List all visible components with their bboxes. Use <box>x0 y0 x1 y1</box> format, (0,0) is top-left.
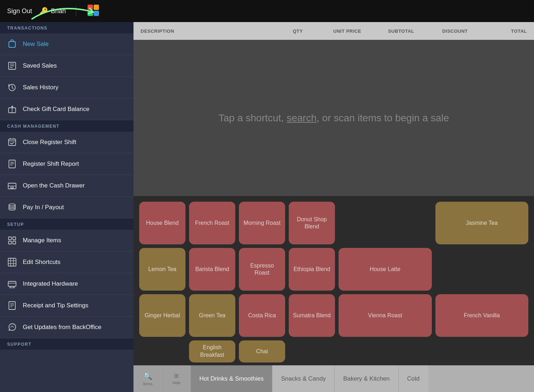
sidebar-item-manage-items[interactable]: Manage Items <box>0 230 134 251</box>
sidebar-item-integrated-hardware[interactable]: Integrated Hardware <box>0 273 134 295</box>
items-icon-label: Items <box>143 382 153 386</box>
main-layout: TRANSACTIONS New Sale Saved Sales Sales … <box>0 22 534 392</box>
sidebar-item-new-sale[interactable]: New Sale <box>0 33 134 55</box>
shortcut-house-latte[interactable]: House Latte <box>339 248 432 291</box>
sidebar-item-gift-card[interactable]: Check Gift Card Balance <box>0 99 134 120</box>
bottom-tabs: 🔍 Items ⊞ Hide Hot Drinks & Smoothies Sn… <box>134 365 534 392</box>
svg-rect-3 <box>94 11 99 16</box>
sidebar-sales-history-label: Sales History <box>23 84 58 91</box>
svg-rect-24 <box>13 237 16 240</box>
user-info: 🔑 Brian <box>39 7 66 15</box>
svg-rect-2 <box>88 11 93 16</box>
shortcut-french-roast[interactable]: French Roast <box>189 202 235 244</box>
svg-rect-1 <box>94 5 99 10</box>
tab-bakery-label: Bakery & Kitchen <box>343 375 389 382</box>
sidebar-item-receipt-tip[interactable]: Receipt and Tip Settings <box>0 295 134 317</box>
hide-icon: ⊞ <box>174 372 179 379</box>
key-icon: 🔑 <box>39 7 48 15</box>
shortcut-ginger-herbal[interactable]: Ginger Herbal <box>139 294 185 337</box>
svg-rect-4 <box>9 42 15 47</box>
shortcuts-grid: House Blend French Roast Morning Roast D… <box>139 202 528 362</box>
sidebar-item-saved-sales[interactable]: Saved Sales <box>0 55 134 77</box>
receipt-tip-icon <box>7 301 17 311</box>
sign-out-button[interactable]: Sign Out <box>7 7 32 15</box>
back-office-icon <box>7 322 17 332</box>
saved-sales-icon <box>7 61 17 71</box>
sidebar-section-transactions: TRANSACTIONS <box>0 22 134 33</box>
sidebar-receipt-tip-label: Receipt and Tip Settings <box>23 302 88 309</box>
svg-rect-37 <box>9 302 15 309</box>
col-discount: DISCOUNT <box>428 28 482 34</box>
shortcut-sumatra-blend[interactable]: Sumatra Blend <box>289 294 335 337</box>
svg-rect-11 <box>9 139 16 145</box>
table-header: DESCRIPTION QTY UNIT PRICE SUBTOTAL DISC… <box>134 22 534 40</box>
sidebar-item-close-register[interactable]: Close Register Shift <box>0 132 134 153</box>
shortcut-empty-3 <box>139 340 185 362</box>
svg-rect-26 <box>13 241 16 244</box>
sidebar-shift-report-label: Register Shift Report <box>23 160 79 168</box>
sidebar-item-shift-report[interactable]: Register Shift Report <box>0 153 134 175</box>
sidebar-section-support: SUPPORT <box>0 338 134 350</box>
shortcuts-area: House Blend French Roast Morning Roast D… <box>134 196 534 365</box>
sidebar-gift-card-label: Check Gift Card Balance <box>23 106 89 113</box>
svg-rect-27 <box>8 258 16 266</box>
svg-rect-15 <box>9 160 15 168</box>
sidebar-pay-in-label: Pay In / Payout <box>23 204 64 211</box>
user-name: Brian <box>51 7 66 15</box>
close-register-icon <box>7 137 17 147</box>
sidebar-item-edit-shortcuts[interactable]: Edit Shortcuts <box>0 251 134 273</box>
sidebar-edit-shortcuts-label: Edit Shortcuts <box>23 259 61 266</box>
shortcut-french-vanilla[interactable]: French Vanilla <box>435 294 529 337</box>
svg-rect-0 <box>88 5 93 10</box>
sidebar-item-pay-in[interactable]: Pay In / Payout <box>0 197 134 218</box>
shortcut-ethiopia-blend[interactable]: Ethiopia Blend <box>289 248 335 291</box>
shortcut-empty-1 <box>339 202 432 244</box>
shortcut-espresso-roast[interactable]: Espresso Roast <box>239 248 285 291</box>
tab-bakery[interactable]: Bakery & Kitchen <box>335 365 398 392</box>
hide-icon-label: Hide <box>172 381 180 385</box>
tab-cold[interactable]: Cold <box>399 365 428 392</box>
shortcut-morning-roast[interactable]: Morning Roast <box>239 202 285 244</box>
col-qty: QTY <box>275 28 320 34</box>
col-total: TOTAL <box>482 28 527 34</box>
search-link[interactable]: search <box>287 112 316 123</box>
sidebar-close-register-label: Close Register Shift <box>23 139 76 146</box>
sidebar-integrated-hardware-label: Integrated Hardware <box>23 280 78 287</box>
shortcut-jasmine-tea[interactable]: Jasmine Tea <box>435 202 529 244</box>
tab-hot-drinks[interactable]: Hot Drinks & Smoothies <box>190 365 272 392</box>
shortcut-costa-rica[interactable]: Costa Rica <box>239 294 285 337</box>
items-search-icon: 🔍 <box>143 372 152 380</box>
empty-sale-area: Tap a shortcut, search, or scan items to… <box>134 40 534 196</box>
sidebar-section-cash: CASH MANAGEMENT <box>0 120 134 132</box>
shortcut-lemon-tea[interactable]: Lemon Tea <box>139 248 185 291</box>
sidebar-item-cash-drawer[interactable]: Open the Cash Drawer <box>0 175 134 197</box>
shortcut-green-tea[interactable]: Green Tea <box>189 294 235 337</box>
shortcut-vienna-roast[interactable]: Vienna Roast <box>339 294 432 337</box>
shortcut-barista-blend[interactable]: Barista Blend <box>189 248 235 291</box>
shift-report-icon <box>7 159 17 169</box>
sidebar-item-sales-history[interactable]: Sales History <box>0 77 134 99</box>
col-description: DESCRIPTION <box>141 28 275 34</box>
hide-tab-icon[interactable]: ⊞ Hide <box>162 365 190 392</box>
shortcut-house-blend[interactable]: House Blend <box>139 202 185 244</box>
svg-rect-21 <box>11 187 14 188</box>
new-sale-icon <box>7 39 17 49</box>
sidebar-new-sale-label: New Sale <box>23 41 49 48</box>
tab-snacks[interactable]: Snacks & Candy <box>272 365 335 392</box>
sidebar-cash-drawer-label: Open the Cash Drawer <box>23 182 85 189</box>
shortcut-english-breakfast[interactable]: English Breakfast <box>189 340 235 362</box>
sidebar-back-office-label: Get Updates from BackOffice <box>23 324 101 331</box>
gift-card-icon <box>7 104 17 114</box>
shortcut-chai[interactable]: Chai <box>239 340 285 362</box>
items-tab-icon[interactable]: 🔍 Items <box>134 365 162 392</box>
integrated-hardware-icon <box>7 279 17 289</box>
shortcut-donut-shop-blend[interactable]: Donut Shop Blend <box>289 202 335 244</box>
sidebar-item-back-office[interactable]: Get Updates from BackOffice <box>0 317 134 338</box>
cash-drawer-icon <box>7 181 17 191</box>
edit-shortcuts-icon <box>7 257 17 267</box>
content-area: DESCRIPTION QTY UNIT PRICE SUBTOTAL DISC… <box>134 22 534 392</box>
logo-icon <box>88 5 100 17</box>
svg-rect-32 <box>8 281 16 286</box>
tab-snacks-label: Snacks & Candy <box>281 375 326 382</box>
col-subtotal: SUBTOTAL <box>374 28 428 34</box>
